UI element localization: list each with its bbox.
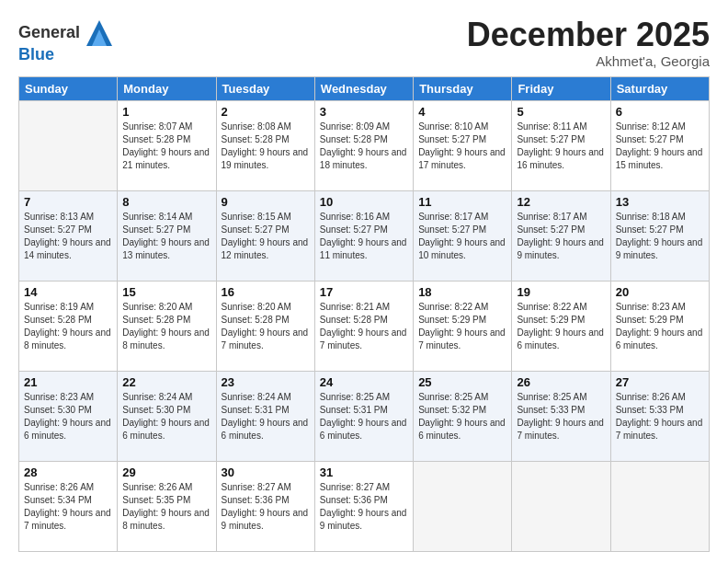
sunset-text: Sunset: 5:28 PM: [122, 314, 210, 327]
sunrise-text: Sunrise: 8:07 AM: [122, 121, 210, 133]
calendar-cell: 9Sunrise: 8:15 AMSunset: 5:27 PMDaylight…: [216, 190, 314, 281]
sunrise-text: Sunrise: 8:13 AM: [24, 211, 112, 224]
sunset-text: Sunset: 5:27 PM: [24, 224, 112, 236]
calendar-cell: 24Sunrise: 8:25 AMSunset: 5:31 PMDayligh…: [314, 371, 413, 461]
day-number: 26: [517, 375, 605, 389]
sunset-text: Sunset: 5:30 PM: [122, 404, 210, 417]
sunrise-text: Sunrise: 8:14 AM: [122, 211, 210, 224]
sunrise-text: Sunrise: 8:27 AM: [320, 481, 408, 494]
calendar-cell: 18Sunrise: 8:22 AMSunset: 5:29 PMDayligh…: [414, 281, 512, 371]
day-info: Sunrise: 8:22 AMSunset: 5:29 PMDaylight:…: [418, 301, 506, 352]
day-info: Sunrise: 8:09 AMSunset: 5:28 PMDaylight:…: [320, 121, 408, 172]
day-info: Sunrise: 8:16 AMSunset: 5:27 PMDaylight:…: [320, 211, 408, 262]
weekday-header-row: SundayMondayTuesdayWednesdayThursdayFrid…: [19, 76, 710, 100]
daylight-text: Daylight: 9 hours and 9 minutes.: [616, 236, 704, 262]
sunrise-text: Sunrise: 8:10 AM: [418, 121, 506, 133]
day-number: 30: [222, 465, 310, 479]
day-info: Sunrise: 8:25 AMSunset: 5:33 PMDaylight:…: [517, 391, 605, 442]
calendar-cell: 25Sunrise: 8:25 AMSunset: 5:32 PMDayligh…: [414, 371, 512, 461]
day-info: Sunrise: 8:12 AMSunset: 5:27 PMDaylight:…: [616, 121, 704, 172]
logo-blue-text: Blue: [18, 45, 54, 63]
daylight-text: Daylight: 9 hours and 13 minutes.: [122, 236, 210, 262]
weekday-header: Saturday: [610, 76, 709, 100]
calendar-cell: 3Sunrise: 8:09 AMSunset: 5:28 PMDaylight…: [314, 100, 413, 190]
calendar-cell: 27Sunrise: 8:26 AMSunset: 5:33 PMDayligh…: [610, 371, 709, 461]
daylight-text: Daylight: 9 hours and 6 minutes.: [122, 417, 210, 442]
sunrise-text: Sunrise: 8:11 AM: [517, 121, 605, 133]
day-number: 4: [418, 105, 506, 119]
calendar-week-row: 28Sunrise: 8:26 AMSunset: 5:34 PMDayligh…: [19, 461, 710, 551]
calendar-table: SundayMondayTuesdayWednesdayThursdayFrid…: [18, 76, 710, 552]
sunset-text: Sunset: 5:27 PM: [517, 224, 605, 236]
calendar-cell: 16Sunrise: 8:20 AMSunset: 5:28 PMDayligh…: [216, 281, 314, 371]
daylight-text: Daylight: 9 hours and 6 minutes.: [24, 417, 112, 442]
sunrise-text: Sunrise: 8:20 AM: [222, 301, 310, 314]
calendar-cell: 21Sunrise: 8:23 AMSunset: 5:30 PMDayligh…: [19, 371, 118, 461]
day-info: Sunrise: 8:11 AMSunset: 5:27 PMDaylight:…: [517, 121, 605, 172]
daylight-text: Daylight: 9 hours and 18 minutes.: [320, 146, 408, 172]
day-number: 9: [222, 195, 310, 209]
calendar-cell: [414, 461, 512, 551]
sunrise-text: Sunrise: 8:25 AM: [517, 391, 605, 404]
sunset-text: Sunset: 5:31 PM: [320, 404, 408, 417]
daylight-text: Daylight: 9 hours and 7 minutes.: [616, 417, 704, 442]
sunrise-text: Sunrise: 8:26 AM: [616, 391, 704, 404]
calendar-week-row: 21Sunrise: 8:23 AMSunset: 5:30 PMDayligh…: [19, 371, 710, 461]
calendar-week-row: 14Sunrise: 8:19 AMSunset: 5:28 PMDayligh…: [19, 281, 710, 371]
sunset-text: Sunset: 5:28 PM: [24, 314, 112, 327]
sunset-text: Sunset: 5:33 PM: [616, 404, 704, 417]
day-info: Sunrise: 8:08 AMSunset: 5:28 PMDaylight:…: [222, 121, 310, 172]
sunset-text: Sunset: 5:27 PM: [320, 224, 408, 236]
sunset-text: Sunset: 5:27 PM: [222, 224, 310, 236]
calendar-cell: 30Sunrise: 8:27 AMSunset: 5:36 PMDayligh…: [216, 461, 314, 551]
calendar-cell: 20Sunrise: 8:23 AMSunset: 5:29 PMDayligh…: [610, 281, 709, 371]
sunrise-text: Sunrise: 8:18 AM: [616, 211, 704, 224]
day-number: 23: [222, 375, 310, 389]
daylight-text: Daylight: 9 hours and 10 minutes.: [418, 236, 506, 262]
location: Akhmet'a, Georgia: [467, 53, 710, 69]
daylight-text: Daylight: 9 hours and 6 minutes.: [517, 327, 605, 352]
daylight-text: Daylight: 9 hours and 8 minutes.: [24, 327, 112, 352]
daylight-text: Daylight: 9 hours and 6 minutes.: [418, 417, 506, 442]
calendar-cell: [610, 461, 709, 551]
logo-icon: [86, 20, 112, 46]
daylight-text: Daylight: 9 hours and 15 minutes.: [616, 146, 704, 172]
weekday-header: Monday: [118, 76, 216, 100]
sunset-text: Sunset: 5:35 PM: [122, 494, 210, 507]
weekday-header: Tuesday: [216, 76, 314, 100]
sunset-text: Sunset: 5:31 PM: [222, 404, 310, 417]
daylight-text: Daylight: 9 hours and 7 minutes.: [320, 327, 408, 352]
sunset-text: Sunset: 5:27 PM: [418, 224, 506, 236]
day-number: 21: [24, 375, 112, 389]
day-number: 2: [222, 105, 310, 119]
day-number: 6: [616, 105, 704, 119]
sunrise-text: Sunrise: 8:12 AM: [616, 121, 704, 133]
sunrise-text: Sunrise: 8:25 AM: [320, 391, 408, 404]
daylight-text: Daylight: 9 hours and 8 minutes.: [122, 507, 210, 533]
daylight-text: Daylight: 9 hours and 8 minutes.: [122, 327, 210, 352]
daylight-text: Daylight: 9 hours and 7 minutes.: [222, 327, 310, 352]
weekday-header: Friday: [512, 76, 610, 100]
sunset-text: Sunset: 5:27 PM: [616, 224, 704, 236]
day-info: Sunrise: 8:26 AMSunset: 5:35 PMDaylight:…: [122, 481, 210, 533]
day-number: 29: [122, 465, 210, 479]
day-number: 3: [320, 105, 408, 119]
sunset-text: Sunset: 5:29 PM: [616, 314, 704, 327]
sunrise-text: Sunrise: 8:23 AM: [616, 301, 704, 314]
day-info: Sunrise: 8:27 AMSunset: 5:36 PMDaylight:…: [320, 481, 408, 533]
calendar-cell: [19, 100, 118, 190]
day-number: 31: [320, 465, 408, 479]
calendar-cell: 28Sunrise: 8:26 AMSunset: 5:34 PMDayligh…: [19, 461, 118, 551]
day-number: 16: [222, 285, 310, 299]
day-number: 12: [517, 195, 605, 209]
day-number: 13: [616, 195, 704, 209]
sunrise-text: Sunrise: 8:26 AM: [24, 481, 112, 494]
day-number: 18: [418, 285, 506, 299]
sunset-text: Sunset: 5:27 PM: [122, 224, 210, 236]
daylight-text: Daylight: 9 hours and 7 minutes.: [24, 507, 112, 533]
sunrise-text: Sunrise: 8:23 AM: [24, 391, 112, 404]
daylight-text: Daylight: 9 hours and 9 minutes.: [320, 507, 408, 533]
day-number: 14: [24, 285, 112, 299]
sunset-text: Sunset: 5:27 PM: [616, 133, 704, 146]
day-info: Sunrise: 8:23 AMSunset: 5:29 PMDaylight:…: [616, 301, 704, 352]
